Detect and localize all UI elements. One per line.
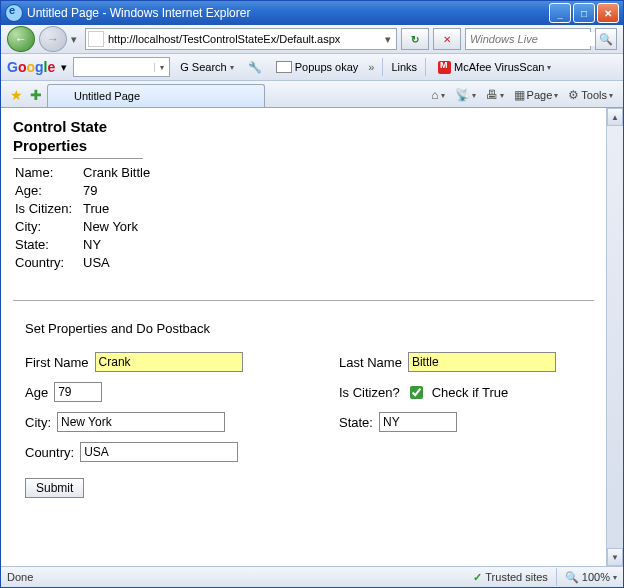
status-text: Done [7,571,33,583]
submit-button[interactable]: Submit [25,478,84,498]
tab-bar: ★ ✚ Untitled Page ⌂▾ 📡▾ 🖶▾ ▦Page▾ ⚙Tools… [1,81,623,108]
citizen-checkbox[interactable] [410,386,423,399]
mcafee-icon [438,61,451,74]
browser-window: Untitled Page - Windows Internet Explore… [0,0,624,588]
refresh-button[interactable]: ↻ [401,28,429,50]
age-input[interactable] [54,382,102,402]
prop-value: New York [83,219,138,234]
forward-button[interactable]: → [39,26,67,52]
popup-icon [276,61,292,73]
page-icon: ▦ [514,88,525,102]
prop-value: USA [83,255,110,270]
search-input[interactable] [468,32,611,46]
security-zone[interactable]: ✓Trusted sites [473,571,548,584]
google-toolbar: Google▾ ▾ G Search ▾ 🔧 Popups okay » Lin… [1,54,623,81]
navigation-bar: ← → ▾ ▾ ↻ ✕ 🔍 [1,25,623,54]
back-button[interactable]: ← [7,26,35,52]
close-button[interactable]: ✕ [597,3,619,23]
prop-value: True [83,201,109,216]
zoom-icon: 🔍 [565,571,579,584]
prop-label: State: [15,237,83,252]
stop-button[interactable]: ✕ [433,28,461,50]
tools-menu[interactable]: ⚙Tools▾ [564,85,617,105]
scroll-track[interactable] [607,126,623,548]
prop-label: Country: [15,255,83,270]
google-search-input[interactable]: ▾ [73,57,170,77]
form-title: Set Properties and Do Postback [25,321,594,336]
rss-icon: 📡 [455,88,470,102]
ie-icon [56,89,70,103]
prop-label: Is Citizen: [15,201,83,216]
lastname-label: Last Name [339,355,402,370]
google-search-icon: G [180,61,189,73]
section-divider [13,300,594,301]
prop-label: City: [15,219,83,234]
status-bar: Done ✓Trusted sites 🔍100%▾ [1,566,623,587]
feeds-button[interactable]: 📡▾ [451,85,480,105]
address-dropdown[interactable]: ▾ [382,33,394,46]
vertical-scrollbar[interactable]: ▲ ▼ [606,108,623,566]
page-content: Control State Properties Name:Crank Bitt… [1,108,606,566]
page-menu[interactable]: ▦Page▾ [510,85,563,105]
city-input[interactable] [57,412,225,432]
favorites-icon[interactable]: ★ [7,86,25,104]
more-icon[interactable]: » [368,61,374,73]
prop-value: NY [83,237,101,252]
properties-list: Name:Crank Bittle Age:79 Is Citizen:True… [15,165,594,270]
firstname-input[interactable] [95,352,243,372]
home-icon: ⌂ [431,88,438,102]
print-button[interactable]: 🖶▾ [482,85,508,105]
print-icon: 🖶 [486,88,498,102]
tab-active[interactable]: Untitled Page [47,84,265,107]
heading-control-state: Control State [13,118,594,135]
country-input[interactable] [80,442,238,462]
address-bar[interactable]: ▾ [85,28,397,50]
scroll-up-button[interactable]: ▲ [607,108,623,126]
maximize-button[interactable]: □ [573,3,595,23]
age-label: Age [25,385,48,400]
country-label: Country: [25,445,74,460]
tab-label: Untitled Page [74,90,140,102]
popups-button[interactable]: Popups okay [272,57,363,77]
google-logo: Google [7,59,55,75]
add-favorites-icon[interactable]: ✚ [27,86,45,104]
gear-icon: ⚙ [568,88,579,102]
state-input[interactable] [379,412,457,432]
search-button[interactable]: 🔍 [595,28,617,50]
prop-label: Name: [15,165,83,180]
zoom-control[interactable]: 🔍100%▾ [565,571,617,584]
search-box[interactable] [465,28,591,50]
heading-divider [13,158,143,159]
city-label: City: [25,415,51,430]
state-label: State: [339,415,373,430]
minimize-button[interactable]: _ [549,3,571,23]
mcafee-button[interactable]: McAfee VirusScan ▾ [434,57,555,77]
url-input[interactable] [106,30,382,48]
citizen-label: Is Citizen? [339,385,400,400]
page-icon [88,31,104,47]
postback-form: First Name Last Name Age Is Citizen? Che… [25,352,594,498]
google-search-button[interactable]: G Search ▾ [176,57,237,77]
firstname-label: First Name [25,355,89,370]
ie-icon [5,4,23,22]
prop-value: Crank Bittle [83,165,150,180]
title-bar: Untitled Page - Windows Internet Explore… [1,1,623,25]
scroll-down-button[interactable]: ▼ [607,548,623,566]
home-button[interactable]: ⌂▾ [427,85,448,105]
google-settings-icon[interactable]: 🔧 [244,57,266,77]
window-title: Untitled Page - Windows Internet Explore… [27,6,549,20]
prop-value: 79 [83,183,97,198]
nav-history-dropdown[interactable]: ▾ [71,33,81,46]
lastname-input[interactable] [408,352,556,372]
citizen-check-label: Check if True [432,385,509,400]
links-menu[interactable]: Links [391,61,417,73]
prop-label: Age: [15,183,83,198]
check-icon: ✓ [473,571,482,584]
heading-properties: Properties [13,137,594,154]
